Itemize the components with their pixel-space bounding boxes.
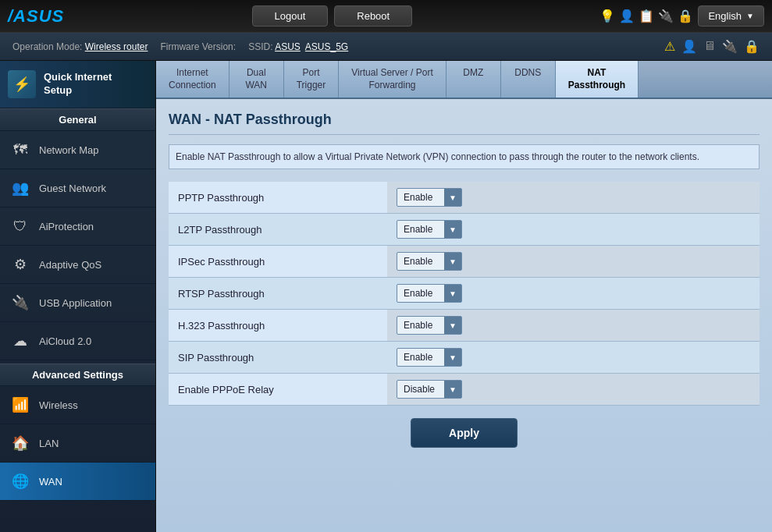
sidebar-item-adaptive-qos-label: Adaptive QoS <box>39 259 101 271</box>
firmware-text: Firmware Version: <box>160 41 236 52</box>
tab-ddns[interactable]: DDNS <box>501 61 556 98</box>
setting-control: Enable ▼ <box>387 342 760 374</box>
sidebar-item-wireless[interactable]: 📶 Wireless <box>0 386 155 424</box>
chevron-down-icon[interactable]: ▼ <box>444 349 461 366</box>
table-row: RTSP Passthrough Enable ▼ <box>169 278 760 310</box>
tab-port-trigger[interactable]: PortTrigger <box>284 61 340 98</box>
setting-label: RTSP Passthrough <box>169 278 387 310</box>
select-value: Enable <box>397 285 444 302</box>
adaptive-qos-icon: ⚙ <box>9 254 31 275</box>
setting-label: L2TP Passthrough <box>169 214 387 246</box>
table-row: PPTP Passthrough Enable ▼ <box>169 182 760 214</box>
sidebar-item-aicloud-label: AiCloud 2.0 <box>39 335 91 347</box>
topbar-right: 💡 👤 📋 🔌 🔒 English ▼ <box>599 5 764 27</box>
operation-mode-link[interactable]: Wireless router <box>85 41 148 52</box>
select-wrapper[interactable]: Enable ▼ <box>397 316 462 335</box>
table-row: SIP Passthrough Enable ▼ <box>169 342 760 374</box>
ssid5g-link[interactable]: ASUS_5G <box>305 41 348 52</box>
chevron-down-icon[interactable]: ▼ <box>444 253 461 270</box>
aiprotection-icon: 🛡 <box>9 215 31 237</box>
select-wrapper[interactable]: Enable ▼ <box>397 284 462 303</box>
tab-dmz[interactable]: DMZ <box>446 61 501 98</box>
sidebar-item-wan-label: WAN <box>39 476 62 488</box>
tab-dual-wan[interactable]: DualWAN <box>229 61 284 98</box>
table-row: IPSec Passthrough Enable ▼ <box>169 246 760 278</box>
quick-internet-setup[interactable]: ⚡ Quick InternetSetup <box>0 61 155 108</box>
tab-internet-connection[interactable]: InternetConnection <box>156 61 229 98</box>
select-wrapper[interactable]: Enable ▼ <box>397 188 462 207</box>
sidebar-item-lan-label: LAN <box>39 438 59 449</box>
language-label: English <box>708 10 742 22</box>
usb2-icon: 🔌 <box>722 39 738 54</box>
reboot-button[interactable]: Reboot <box>334 5 412 27</box>
user-icon: 👤 <box>619 9 635 23</box>
operation-mode-text: Operation Mode: Wireless router <box>12 41 148 52</box>
guest-network-icon: 👥 <box>9 177 31 199</box>
tab-nat-passthrough[interactable]: NATPassthrough <box>556 61 639 99</box>
network-map-icon: 🗺 <box>9 139 31 161</box>
sidebar-item-wan[interactable]: 🌐 WAN <box>0 463 155 501</box>
select-wrapper[interactable]: Enable ▼ <box>397 252 462 271</box>
ssid-text: SSID: ASUS ASUS_5G <box>248 41 348 52</box>
sidebar-item-usb-application[interactable]: 🔌 USB Application <box>0 284 155 322</box>
chevron-down-icon[interactable]: ▼ <box>444 285 461 302</box>
status-icons: 💡 👤 📋 🔌 🔒 <box>599 9 693 23</box>
select-value: Enable <box>397 253 444 270</box>
advanced-section-title: Advanced Settings <box>0 364 155 386</box>
wan-icon: 🌐 <box>9 470 31 492</box>
chevron-down-icon[interactable]: ▼ <box>444 381 461 398</box>
sidebar-item-network-map-label: Network Map <box>39 144 99 156</box>
page-title: WAN - NAT Passthrough <box>169 112 760 135</box>
usb-application-icon: 🔌 <box>9 292 31 314</box>
select-wrapper[interactable]: Enable ▼ <box>397 220 462 239</box>
quick-setup-label: Quick InternetSetup <box>44 71 112 98</box>
sidebar-item-aiprotection[interactable]: 🛡 AiProtection <box>0 207 155 246</box>
apply-row: Apply <box>169 406 760 460</box>
content-area: InternetConnection DualWAN PortTrigger V… <box>156 61 772 532</box>
monitor-icon: 🖥 <box>703 39 716 54</box>
sidebar-item-usb-application-label: USB Application <box>39 297 112 309</box>
statusbar-right-icons: ⚠ 👤 🖥 🔌 🔒 <box>664 39 760 54</box>
sidebar-item-wireless-label: Wireless <box>39 399 78 411</box>
sidebar-item-network-map[interactable]: 🗺 Network Map <box>0 131 155 169</box>
setting-control: Disable ▼ <box>387 374 760 406</box>
setting-control: Enable ▼ <box>387 246 760 278</box>
setting-label: SIP Passthrough <box>169 342 387 374</box>
logo: /ASUS <box>8 6 64 27</box>
table-row: Enable PPPoE Relay Disable ▼ <box>169 374 760 406</box>
general-section-title: General <box>0 108 155 131</box>
chevron-down-icon[interactable]: ▼ <box>444 189 461 206</box>
tab-virtual-server[interactable]: Virtual Server / PortForwarding <box>339 61 446 98</box>
led-icon: 💡 <box>599 9 615 23</box>
statusbar: Operation Mode: Wireless router Firmware… <box>0 33 772 61</box>
person-icon: 👤 <box>681 39 697 54</box>
wireless-icon: 📶 <box>9 394 31 416</box>
warning-icon: ⚠ <box>664 39 675 54</box>
lan-icon: 🏠 <box>9 432 31 454</box>
apply-button[interactable]: Apply <box>411 418 518 448</box>
setting-label: IPSec Passthrough <box>169 246 387 278</box>
setting-label: Enable PPPoE Relay <box>169 374 387 406</box>
content-body: WAN - NAT Passthrough Enable NAT Passthr… <box>156 99 772 532</box>
chevron-down-icon[interactable]: ▼ <box>444 221 461 238</box>
select-value: Disable <box>397 381 444 398</box>
sidebar-item-guest-network[interactable]: 👥 Guest Network <box>0 169 155 207</box>
select-wrapper[interactable]: Enable ▼ <box>397 348 462 367</box>
sidebar-item-aicloud[interactable]: ☁ AiCloud 2.0 <box>0 322 155 360</box>
sidebar-item-lan[interactable]: 🏠 LAN <box>0 424 155 463</box>
sidebar-item-adaptive-qos[interactable]: ⚙ Adaptive QoS <box>0 246 155 284</box>
aicloud-icon: ☁ <box>9 330 31 352</box>
setting-label: H.323 Passthrough <box>169 310 387 342</box>
setting-control: Enable ▼ <box>387 278 760 310</box>
language-button[interactable]: English ▼ <box>698 5 764 27</box>
select-value: Enable <box>397 317 444 334</box>
logout-button[interactable]: Logout <box>252 5 329 27</box>
description-text: Enable NAT Passthrough to allow a Virtua… <box>169 144 760 169</box>
topbar-center: Logout Reboot <box>252 5 413 27</box>
tab-bar: InternetConnection DualWAN PortTrigger V… <box>156 61 772 99</box>
chevron-down-icon[interactable]: ▼ <box>444 317 461 334</box>
ssid-link[interactable]: ASUS <box>275 41 301 52</box>
table-row: H.323 Passthrough Enable ▼ <box>169 310 760 342</box>
sidebar: ⚡ Quick InternetSetup General 🗺 Network … <box>0 61 156 532</box>
select-wrapper[interactable]: Disable ▼ <box>397 380 462 399</box>
